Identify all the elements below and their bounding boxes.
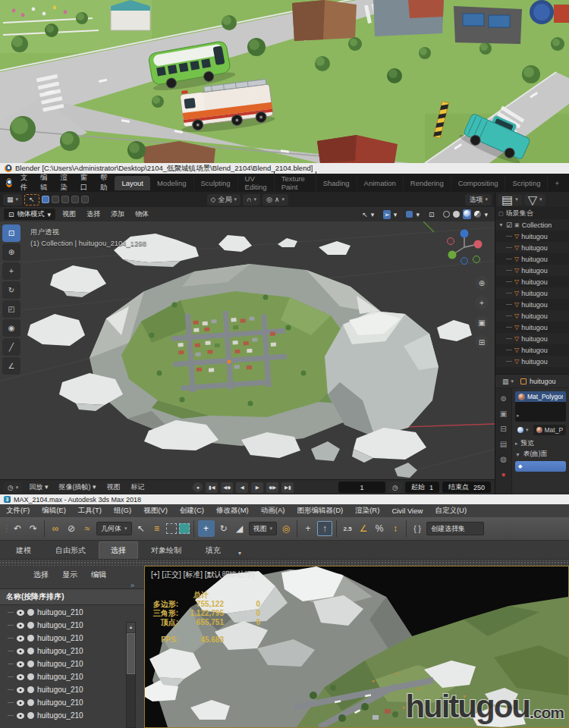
max-menu-graph-editors[interactable]: 图形编辑器(D) (291, 506, 349, 516)
tab-output[interactable]: ⊟ (500, 425, 506, 433)
preview-section-header[interactable]: ▸ 预览 (515, 438, 566, 449)
explorer-item[interactable]: huitugou_210 (0, 670, 144, 683)
ribbon-tab-selection[interactable]: 选择 (99, 541, 138, 559)
outliner-item[interactable]: ▽huitugou (495, 265, 569, 276)
tab-view-layer[interactable]: ▤ (500, 440, 507, 448)
shading-material-icon[interactable] (464, 210, 470, 217)
visibility-eye-icon[interactable] (17, 687, 24, 693)
explorer-item[interactable]: huitugou_210 (0, 657, 144, 670)
menu-file[interactable]: 文件 (15, 173, 35, 193)
box-select-tool-button[interactable]: ⊡ (2, 224, 20, 242)
workspace-tab-shading[interactable]: Shading (316, 176, 357, 190)
transform-tool-button[interactable]: ◉ (2, 319, 20, 337)
browse-material-button[interactable]: ▾ (515, 425, 531, 435)
record-button[interactable]: ● (193, 482, 203, 492)
timeline-menu-playback[interactable]: 回放 ▾ (25, 482, 52, 492)
ortho-toggle-button[interactable]: ⊞ (475, 335, 489, 349)
play-button[interactable]: ▶ (251, 482, 263, 493)
overlays-toggle[interactable]: ▾ (403, 209, 423, 220)
outliner-item[interactable]: ▽huitugou (495, 322, 569, 333)
outliner-item[interactable]: ▽huitugou (495, 310, 569, 322)
menu-render[interactable]: 渲染 (55, 173, 74, 193)
visibility-eye-icon[interactable] (17, 713, 24, 719)
surface-section-header[interactable]: ▼ 表(曲)面 (515, 449, 566, 460)
max-menu-civil-view[interactable]: Civil View (385, 507, 429, 515)
scrollbar-thumb[interactable] (127, 633, 135, 674)
select-and-scale-button[interactable]: ◢ (233, 523, 247, 534)
mode-dropdown[interactable]: ⊡物体模式▾ (4, 209, 55, 220)
material-name-field[interactable]: Mat_Polygon (533, 425, 566, 435)
outliner-display-mode-button[interactable]: ▤▾ (498, 194, 522, 206)
viewport-menu-view[interactable]: 视图 (58, 209, 80, 219)
outliner-item[interactable]: ▽huitugou (495, 287, 569, 299)
spinner-snap-button[interactable]: ↕ (388, 523, 402, 534)
viewport-menu-object[interactable]: 物体 (131, 209, 152, 219)
visibility-eye-icon[interactable] (17, 610, 24, 616)
visibility-eye-icon[interactable] (17, 674, 24, 680)
collection-checkbox[interactable]: ☑ (506, 221, 512, 229)
show-gizmo-dropdown[interactable]: ↖▾ (359, 209, 377, 220)
menu-window[interactable]: 窗口 (75, 173, 95, 193)
explorer-overflow-button[interactable]: » (130, 582, 134, 589)
expand-icon[interactable]: ▼ (498, 222, 504, 228)
blender-3d-viewport[interactable]: ⊡ ⊕ + ↻ ◰ ◉ ╱ ∠ 用户透视 (1) Collection | hu… (0, 221, 495, 479)
snap-toggle-button[interactable]: ∩▾ (243, 194, 260, 206)
jump-to-end-button[interactable]: ▶▮ (281, 482, 294, 493)
explorer-item[interactable]: huitugou_210 (0, 619, 144, 632)
pan-button[interactable]: + (475, 296, 489, 309)
max-menu-rendering[interactable]: 渲染(R) (349, 506, 385, 516)
workspace-tab-modeling[interactable]: Modeling (150, 176, 194, 190)
camera-view-button[interactable]: ▣ (475, 315, 489, 329)
ribbon-minimize-button[interactable]: ▾ (234, 548, 246, 559)
select-and-rotate-button[interactable]: ↻ (217, 523, 231, 534)
add-workspace-button[interactable]: + (548, 176, 566, 190)
select-and-move-button[interactable]: + (198, 520, 215, 537)
outliner-item[interactable]: ▽huitugou (495, 299, 569, 310)
max-viewport[interactable]: [+] [正交] [标准] [默认明暗处理] 总计 多边形: 755,122 0… (144, 566, 569, 728)
outliner-item[interactable]: ▽huitugou (495, 253, 569, 265)
snaps-toggle-button[interactable]: 2.5 (341, 526, 354, 532)
select-by-name-button[interactable]: ≡ (150, 523, 164, 534)
bind-to-space-warp-button[interactable]: ≈ (80, 523, 94, 534)
timeline-menu-marker[interactable]: 标记 (127, 482, 148, 492)
max-menu-tools[interactable]: 工具(T) (72, 506, 108, 516)
scale-tool-button[interactable]: ◰ (2, 300, 20, 318)
max-menu-edit[interactable]: 编辑(E) (36, 506, 72, 516)
workspace-tab-compositing[interactable]: Compositing (451, 176, 506, 190)
ribbon-tab-populate[interactable]: 填充 (194, 542, 232, 559)
outliner-item[interactable]: ▽huitugou (495, 231, 569, 242)
select-mode-vertex-button[interactable] (42, 196, 49, 203)
shading-wireframe-icon[interactable] (443, 211, 450, 218)
current-frame-field[interactable]: 1 (338, 482, 385, 493)
explorer-item[interactable]: huitugou_210 (0, 696, 144, 709)
active-tool-button[interactable]: ↖ (24, 194, 39, 206)
workspace-tab-animation[interactable]: Animation (357, 176, 404, 190)
outliner-item[interactable]: ▽huitugou (495, 276, 569, 287)
properties-editor-type-button[interactable]: ▥▾ (498, 376, 517, 386)
shading-solid-icon[interactable] (453, 211, 460, 218)
timeline-menu-keying[interactable]: 抠像(插帧) ▾ (55, 482, 99, 492)
menu-edit[interactable]: 编辑 (35, 173, 55, 193)
viewport-config-label[interactable]: [+] [正交] [标准] [默认明暗处理] (151, 570, 254, 580)
shading-mode-group[interactable]: ▾ (440, 209, 491, 220)
max-menu-animation[interactable]: 动画(A) (255, 506, 291, 516)
explorer-item[interactable]: huitugou_210 (0, 683, 144, 696)
play-reverse-button[interactable]: ◀ (236, 482, 248, 493)
gizmos-toggle[interactable]: ➢▾ (380, 209, 400, 220)
outliner-item[interactable]: ▽huitugou (495, 333, 569, 344)
frame-start-field[interactable]: 起始1 (405, 482, 439, 493)
tab-render[interactable]: ▣ (500, 410, 507, 418)
select-and-link-button[interactable]: ∞ (49, 523, 62, 534)
ribbon-tab-freeform[interactable]: 自由形式 (44, 542, 97, 559)
explorer-menu-display[interactable]: 显示 (62, 570, 77, 580)
outliner-item[interactable]: ▽huitugou (495, 242, 569, 253)
select-mode-face-button[interactable] (61, 196, 69, 203)
visibility-eye-icon[interactable] (17, 700, 24, 706)
cursor-tool-button[interactable]: ⊕ (2, 243, 20, 261)
shading-rendered-icon[interactable] (474, 211, 481, 218)
max-menu-customize[interactable]: 自定义(U) (429, 506, 473, 516)
workspace-tab-rendering[interactable]: Rendering (404, 176, 451, 190)
frame-end-field[interactable]: 结束点250 (442, 482, 491, 493)
scene-collection-row[interactable]: ▢ 场景集合 (495, 208, 569, 219)
jump-to-start-button[interactable]: ▮◀ (206, 482, 218, 493)
